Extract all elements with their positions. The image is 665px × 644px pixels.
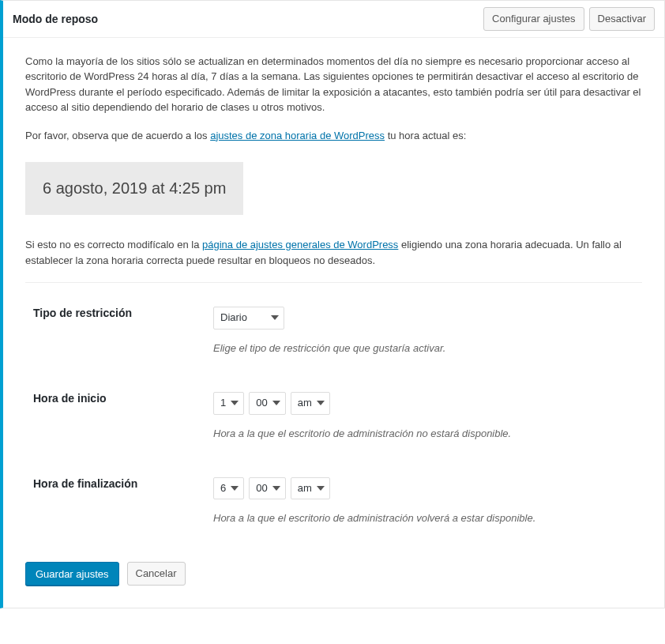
panel-title: Modo de reposo	[13, 13, 98, 25]
configure-settings-button[interactable]: Configurar ajustes	[483, 7, 584, 31]
start-minute-select[interactable]: 00	[249, 392, 285, 415]
restriction-type-help: Elige el tipo de restricción que que gus…	[213, 342, 642, 354]
timezone-note: Por favor, observa que de acuerdo a los …	[25, 128, 642, 144]
end-time-label: Hora de finalización	[25, 477, 213, 525]
start-time-label: Hora de inicio	[25, 392, 213, 439]
deactivate-button[interactable]: Desactivar	[589, 7, 655, 31]
end-hour-select[interactable]: 6	[213, 477, 244, 500]
restriction-type-control: Diario Elige el tipo de restricción que …	[213, 307, 642, 354]
timezone-warning: Si esto no es correcto modifícalo en la …	[25, 237, 642, 268]
timezone-settings-link[interactable]: ajustes de zona horaria de WordPress	[210, 130, 385, 141]
end-ampm-select[interactable]: am	[291, 477, 330, 500]
note2-prefix: Si esto no es correcto modifícalo en la	[25, 239, 202, 250]
away-mode-panel: Modo de reposo Configurar ajustes Desact…	[0, 0, 665, 608]
restriction-type-label: Tipo de restricción	[25, 307, 213, 354]
end-time-row: Hora de finalización 6 00 am Hora a la q…	[25, 477, 642, 525]
end-minute-select[interactable]: 00	[249, 477, 285, 500]
panel-actions: Configurar ajustes Desactivar	[483, 7, 655, 31]
start-time-help: Hora a la que el escritorio de administr…	[213, 427, 642, 439]
save-settings-button[interactable]: Guardar ajustes	[25, 562, 119, 586]
panel-header: Modo de reposo Configurar ajustes Desact…	[3, 1, 664, 38]
general-settings-link[interactable]: página de ajustes generales de WordPress	[202, 239, 398, 250]
start-time-control: 1 00 am Hora a la que el escritorio de a…	[213, 392, 642, 439]
restriction-type-row: Tipo de restricción Diario Elige el tipo…	[25, 307, 642, 354]
intro-text: Como la mayoría de los sitios sólo se ac…	[25, 54, 642, 115]
start-hour-select[interactable]: 1	[213, 392, 244, 415]
end-time-control: 6 00 am Hora a la que el escritorio de a…	[213, 477, 642, 525]
end-time-help: Hora a la que el escritorio de administr…	[213, 512, 642, 524]
note-suffix: tu hora actual es:	[385, 130, 466, 141]
panel-body: Como la mayoría de los sitios sólo se ac…	[3, 38, 664, 608]
current-time-display: 6 agosto, 2019 at 4:25 pm	[25, 162, 243, 215]
cancel-button[interactable]: Cancelar	[127, 562, 186, 586]
form-actions: Guardar ajustes Cancelar	[25, 562, 642, 586]
divider	[25, 282, 642, 283]
start-ampm-select[interactable]: am	[291, 392, 330, 415]
restriction-type-select[interactable]: Diario	[213, 307, 284, 330]
note-prefix: Por favor, observa que de acuerdo a los	[25, 130, 210, 141]
start-time-row: Hora de inicio 1 00 am Hora a la que el …	[25, 392, 642, 439]
